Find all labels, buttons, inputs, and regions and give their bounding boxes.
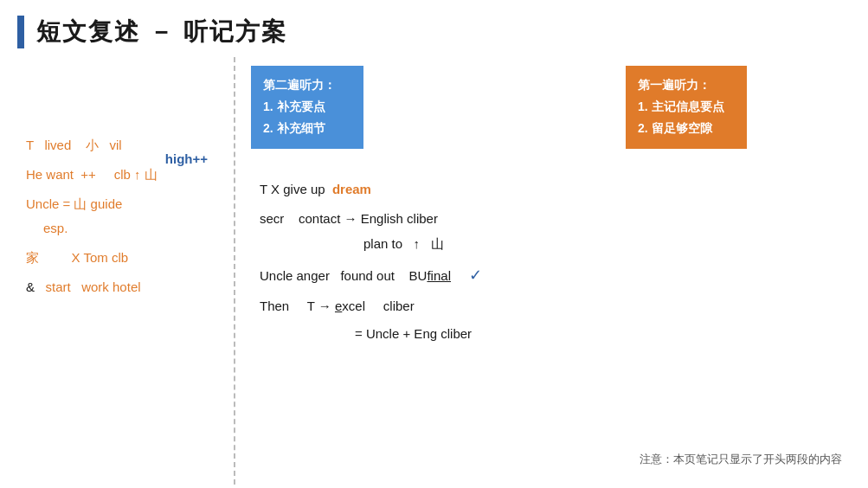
left-line-5: & start work hotel — [26, 277, 216, 298]
page-title: 短文复述 － 听记方案 — [36, 16, 287, 48]
left-line-3b: esp. — [26, 218, 216, 239]
left-line-3: Uncle = 山 guide — [26, 194, 216, 215]
right-column: T X give up dream secr contact → English… — [234, 57, 868, 485]
title-bar: 短文复述 － 听记方案 — [0, 0, 868, 57]
main-content: T lived 小 vil He want ++ clb ↑ 山 high++ … — [0, 57, 868, 485]
right-line-3: plan to ↑ 山 — [260, 233, 851, 255]
right-line-5: Then T → excel cliber — [260, 295, 851, 318]
left-line-2: He want ++ clb ↑ 山 high++ — [26, 164, 216, 185]
right-line-6: = Uncle + Eng cliber — [260, 323, 851, 345]
left-line-4: 家 X Tom clb — [26, 247, 216, 268]
footer-note: 注意：本页笔记只显示了开头两段的内容 — [640, 452, 842, 467]
title-accent — [17, 16, 24, 48]
right-line-4: Uncle anger found out BUfinal ✓ — [260, 262, 851, 289]
left-column: T lived 小 vil He want ++ clb ↑ 山 high++ … — [0, 57, 234, 485]
right-line-1: T X give up dream — [260, 178, 851, 201]
left-text-block: T lived 小 vil He want ++ clb ↑ 山 high++ … — [26, 135, 216, 298]
right-line-2: secr contact → English cliber — [260, 208, 851, 230]
